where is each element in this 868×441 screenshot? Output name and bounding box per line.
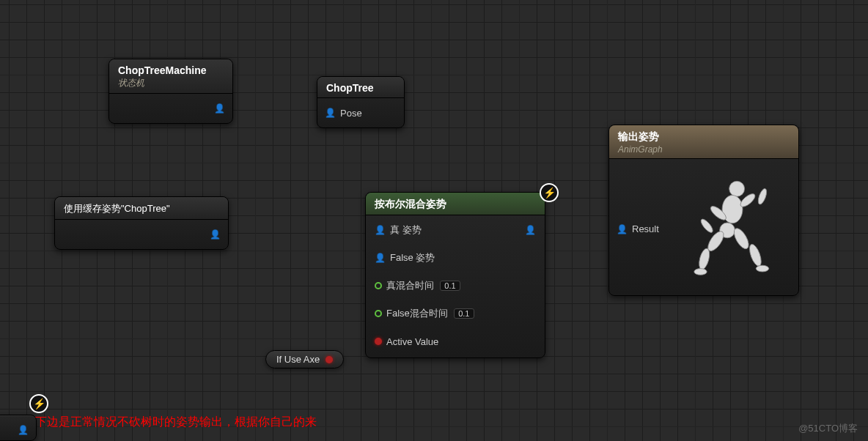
svg-point-14 [699, 218, 714, 234]
svg-point-16 [731, 226, 751, 251]
mannequin-preview [663, 165, 791, 289]
node-offscreen[interactable]: 👤 [0, 415, 37, 441]
watermark: @51CTO博客 [798, 422, 858, 435]
svg-point-20 [697, 248, 711, 271]
node-choptree-machine[interactable]: ChopTreeMachine 状态机 👤 [108, 59, 233, 124]
false-blend-time-value[interactable]: 0.1 [454, 308, 474, 319]
node-title: 使用缓存姿势"ChopTree" [64, 202, 219, 215]
node-subtitle: AnimGraph [618, 144, 790, 155]
pose-label: Pose [340, 108, 362, 119]
true-pose-in-icon[interactable]: 👤 [375, 225, 386, 235]
node-title: ChopTreeMachine [118, 64, 224, 76]
node-header: ChopTreeMachine 状态机 [109, 59, 232, 94]
pose-out-icon[interactable]: 👤 [525, 225, 536, 235]
false-blend-time-pin[interactable] [375, 310, 382, 317]
variable-if-use-axe[interactable]: If Use Axe [265, 350, 344, 368]
pose-out-icon: 👤 [214, 103, 225, 114]
active-value-pin[interactable] [375, 338, 382, 345]
false-pose-label: False 姿势 [390, 251, 435, 264]
true-blend-time-value[interactable]: 0.1 [440, 281, 460, 291]
node-output-pose[interactable]: 输出姿势 AnimGraph 👤 Result [608, 125, 799, 296]
svg-point-17 [747, 242, 763, 267]
node-title: 输出姿势 [618, 130, 790, 144]
node-title: ChopTree [326, 82, 395, 94]
true-blend-time-pin[interactable] [375, 282, 382, 289]
result-in-icon[interactable]: 👤 [617, 224, 628, 234]
node-header: ChopTree [317, 77, 404, 98]
svg-point-9 [729, 181, 745, 196]
true-blend-time-label: 真混合时间 [386, 279, 434, 292]
node-header: 使用缓存姿势"ChopTree" [55, 197, 228, 220]
node-choptree[interactable]: ChopTree 👤 Pose [317, 76, 405, 128]
pose-out-icon: 👤 [210, 229, 221, 240]
fast-path-icon: ⚡ [540, 183, 559, 202]
pose-out-icon: 👤 [18, 425, 29, 435]
node-header: 按布尔混合姿势 [366, 193, 545, 215]
true-pose-label: 真 姿势 [390, 223, 422, 237]
annotation-text: 下边是正常情况不砍树时的姿势输出，根据你自己的来 [35, 415, 317, 430]
svg-point-21 [694, 269, 707, 275]
svg-point-12 [757, 188, 768, 205]
result-label: Result [632, 223, 659, 234]
node-subtitle: 状态机 [118, 77, 224, 89]
pose-in-icon: 👤 [325, 108, 336, 118]
false-blend-time-label: False混合时间 [386, 307, 448, 320]
node-header: 输出姿势 AnimGraph [609, 125, 798, 159]
node-blend-by-bool[interactable]: 按布尔混合姿势 👤 真 姿势 👤 👤 False 姿势 真混合时间 0.1 Fa… [365, 192, 545, 358]
fast-path-icon: ⚡ [29, 394, 48, 413]
node-title: 按布尔混合姿势 [375, 198, 536, 211]
bool-out-pin[interactable] [326, 356, 333, 363]
false-pose-in-icon[interactable]: 👤 [375, 253, 386, 263]
active-value-label: Active Value [386, 336, 438, 347]
svg-point-18 [756, 265, 768, 272]
node-cached-pose[interactable]: 使用缓存姿势"ChopTree" 👤 [54, 196, 229, 250]
variable-label: If Use Axe [276, 354, 320, 365]
